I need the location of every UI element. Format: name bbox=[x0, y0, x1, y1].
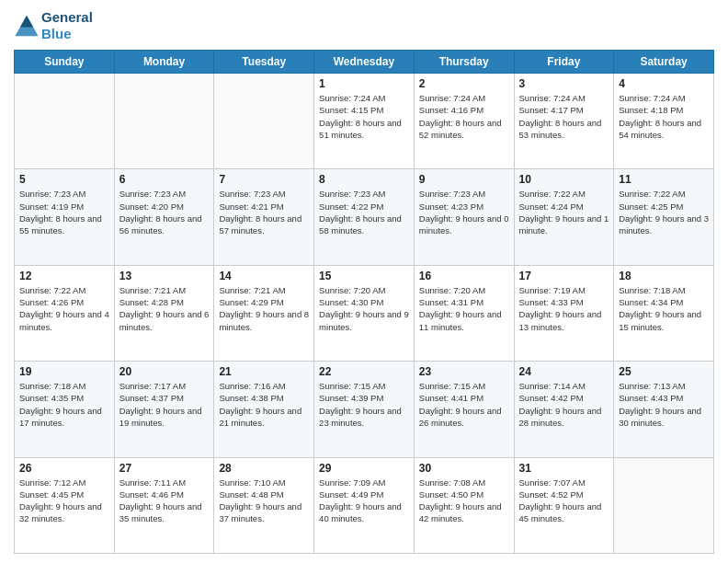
day-number: 28 bbox=[219, 462, 309, 475]
calendar-cell: 22Sunrise: 7:15 AM Sunset: 4:39 PM Dayli… bbox=[314, 362, 415, 457]
day-number: 20 bbox=[119, 365, 210, 378]
day-number: 4 bbox=[619, 77, 709, 90]
calendar-week-2: 5Sunrise: 7:23 AM Sunset: 4:19 PM Daylig… bbox=[15, 169, 714, 265]
calendar-cell: 30Sunrise: 7:08 AM Sunset: 4:50 PM Dayli… bbox=[414, 457, 514, 553]
weekday-row: SundayMondayTuesdayWednesdayThursdayFrid… bbox=[15, 51, 714, 74]
day-number: 7 bbox=[219, 173, 309, 186]
weekday-header-tuesday: Tuesday bbox=[214, 51, 314, 74]
day-number: 23 bbox=[419, 365, 509, 378]
day-info: Sunrise: 7:13 AM Sunset: 4:43 PM Dayligh… bbox=[619, 380, 709, 429]
day-info: Sunrise: 7:10 AM Sunset: 4:48 PM Dayligh… bbox=[219, 477, 309, 525]
day-info: Sunrise: 7:18 AM Sunset: 4:34 PM Dayligh… bbox=[619, 284, 709, 333]
calendar-cell: 19Sunrise: 7:18 AM Sunset: 4:35 PM Dayli… bbox=[15, 362, 115, 457]
day-info: Sunrise: 7:09 AM Sunset: 4:49 PM Dayligh… bbox=[319, 477, 409, 525]
day-info: Sunrise: 7:11 AM Sunset: 4:46 PM Dayligh… bbox=[119, 477, 210, 525]
day-number: 11 bbox=[619, 173, 709, 186]
day-info: Sunrise: 7:23 AM Sunset: 4:19 PM Dayligh… bbox=[19, 188, 109, 236]
calendar-cell: 26Sunrise: 7:12 AM Sunset: 4:45 PM Dayli… bbox=[15, 457, 115, 553]
day-info: Sunrise: 7:22 AM Sunset: 4:24 PM Dayligh… bbox=[519, 188, 609, 236]
day-info: Sunrise: 7:08 AM Sunset: 4:50 PM Dayligh… bbox=[419, 477, 509, 525]
day-info: Sunrise: 7:20 AM Sunset: 4:31 PM Dayligh… bbox=[419, 284, 509, 333]
day-number: 15 bbox=[319, 270, 409, 282]
day-number: 21 bbox=[219, 365, 309, 378]
calendar-cell: 1Sunrise: 7:24 AM Sunset: 4:15 PM Daylig… bbox=[314, 74, 415, 169]
calendar-cell: 9Sunrise: 7:23 AM Sunset: 4:23 PM Daylig… bbox=[414, 169, 514, 265]
calendar-week-5: 26Sunrise: 7:12 AM Sunset: 4:45 PM Dayli… bbox=[15, 457, 714, 553]
calendar-cell: 23Sunrise: 7:15 AM Sunset: 4:41 PM Dayli… bbox=[414, 362, 514, 457]
calendar-cell: 29Sunrise: 7:09 AM Sunset: 4:49 PM Dayli… bbox=[314, 457, 415, 553]
day-info: Sunrise: 7:21 AM Sunset: 4:29 PM Dayligh… bbox=[219, 284, 309, 333]
day-info: Sunrise: 7:24 AM Sunset: 4:18 PM Dayligh… bbox=[619, 92, 709, 141]
weekday-header-sunday: Sunday bbox=[15, 51, 115, 74]
calendar-cell: 14Sunrise: 7:21 AM Sunset: 4:29 PM Dayli… bbox=[214, 265, 314, 361]
weekday-header-monday: Monday bbox=[114, 51, 214, 74]
calendar-cell: 8Sunrise: 7:23 AM Sunset: 4:22 PM Daylig… bbox=[314, 169, 415, 265]
day-info: Sunrise: 7:22 AM Sunset: 4:26 PM Dayligh… bbox=[19, 284, 109, 333]
calendar-week-3: 12Sunrise: 7:22 AM Sunset: 4:26 PM Dayli… bbox=[15, 265, 714, 361]
calendar-cell: 12Sunrise: 7:22 AM Sunset: 4:26 PM Dayli… bbox=[15, 265, 115, 361]
day-info: Sunrise: 7:24 AM Sunset: 4:16 PM Dayligh… bbox=[419, 92, 509, 141]
calendar-cell: 18Sunrise: 7:18 AM Sunset: 4:34 PM Dayli… bbox=[614, 265, 714, 361]
day-number: 5 bbox=[19, 173, 109, 186]
calendar-cell: 5Sunrise: 7:23 AM Sunset: 4:19 PM Daylig… bbox=[15, 169, 115, 265]
calendar-week-4: 19Sunrise: 7:18 AM Sunset: 4:35 PM Dayli… bbox=[15, 362, 714, 457]
day-info: Sunrise: 7:23 AM Sunset: 4:21 PM Dayligh… bbox=[219, 188, 309, 236]
calendar-cell: 24Sunrise: 7:14 AM Sunset: 4:42 PM Dayli… bbox=[514, 362, 614, 457]
calendar-cell: 3Sunrise: 7:24 AM Sunset: 4:17 PM Daylig… bbox=[514, 74, 614, 169]
day-info: Sunrise: 7:21 AM Sunset: 4:28 PM Dayligh… bbox=[119, 284, 210, 333]
day-info: Sunrise: 7:16 AM Sunset: 4:38 PM Dayligh… bbox=[219, 380, 309, 429]
calendar-table: SundayMondayTuesdayWednesdayThursdayFrid… bbox=[14, 50, 714, 554]
day-info: Sunrise: 7:17 AM Sunset: 4:37 PM Dayligh… bbox=[119, 380, 210, 429]
day-info: Sunrise: 7:22 AM Sunset: 4:25 PM Dayligh… bbox=[619, 188, 709, 236]
calendar-cell: 27Sunrise: 7:11 AM Sunset: 4:46 PM Dayli… bbox=[114, 457, 214, 553]
calendar-cell: 15Sunrise: 7:20 AM Sunset: 4:30 PM Dayli… bbox=[314, 265, 415, 361]
day-number: 24 bbox=[519, 365, 609, 378]
calendar-cell: 25Sunrise: 7:13 AM Sunset: 4:43 PM Dayli… bbox=[614, 362, 714, 457]
weekday-header-wednesday: Wednesday bbox=[314, 51, 415, 74]
day-number: 6 bbox=[119, 173, 210, 186]
day-number: 18 bbox=[619, 270, 709, 282]
calendar-cell: 13Sunrise: 7:21 AM Sunset: 4:28 PM Dayli… bbox=[114, 265, 214, 361]
day-info: Sunrise: 7:15 AM Sunset: 4:39 PM Dayligh… bbox=[319, 380, 409, 429]
day-info: Sunrise: 7:18 AM Sunset: 4:35 PM Dayligh… bbox=[19, 380, 109, 429]
day-info: Sunrise: 7:19 AM Sunset: 4:33 PM Dayligh… bbox=[519, 284, 609, 333]
calendar-cell bbox=[15, 74, 115, 169]
day-number: 12 bbox=[19, 270, 109, 282]
calendar-cell: 21Sunrise: 7:16 AM Sunset: 4:38 PM Dayli… bbox=[214, 362, 314, 457]
weekday-header-saturday: Saturday bbox=[614, 51, 714, 74]
day-number: 30 bbox=[419, 462, 509, 475]
day-number: 26 bbox=[19, 462, 109, 475]
day-number: 19 bbox=[19, 365, 109, 378]
day-number: 14 bbox=[219, 270, 309, 282]
day-number: 8 bbox=[319, 173, 409, 186]
calendar-cell: 2Sunrise: 7:24 AM Sunset: 4:16 PM Daylig… bbox=[414, 74, 514, 169]
calendar-cell: 11Sunrise: 7:22 AM Sunset: 4:25 PM Dayli… bbox=[614, 169, 714, 265]
header: General Blue bbox=[14, 9, 714, 42]
calendar-week-1: 1Sunrise: 7:24 AM Sunset: 4:15 PM Daylig… bbox=[15, 74, 714, 169]
day-number: 17 bbox=[519, 270, 609, 282]
calendar-cell: 16Sunrise: 7:20 AM Sunset: 4:31 PM Dayli… bbox=[414, 265, 514, 361]
day-number: 1 bbox=[319, 77, 409, 90]
day-number: 13 bbox=[119, 270, 210, 282]
calendar-cell bbox=[114, 74, 214, 169]
calendar-cell: 20Sunrise: 7:17 AM Sunset: 4:37 PM Dayli… bbox=[114, 362, 214, 457]
day-number: 9 bbox=[419, 173, 509, 186]
day-info: Sunrise: 7:15 AM Sunset: 4:41 PM Dayligh… bbox=[419, 380, 509, 429]
day-number: 2 bbox=[419, 77, 509, 90]
calendar-cell: 4Sunrise: 7:24 AM Sunset: 4:18 PM Daylig… bbox=[614, 74, 714, 169]
day-number: 10 bbox=[519, 173, 609, 186]
calendar-cell: 28Sunrise: 7:10 AM Sunset: 4:48 PM Dayli… bbox=[214, 457, 314, 553]
calendar-cell bbox=[214, 74, 314, 169]
weekday-header-thursday: Thursday bbox=[414, 51, 514, 74]
day-info: Sunrise: 7:24 AM Sunset: 4:17 PM Dayligh… bbox=[519, 92, 609, 141]
day-number: 3 bbox=[519, 77, 609, 90]
calendar-cell bbox=[614, 457, 714, 553]
day-number: 29 bbox=[319, 462, 409, 475]
day-info: Sunrise: 7:07 AM Sunset: 4:52 PM Dayligh… bbox=[519, 477, 609, 525]
page: General Blue SundayMondayTuesdayWednesda… bbox=[0, 0, 728, 563]
calendar-cell: 10Sunrise: 7:22 AM Sunset: 4:24 PM Dayli… bbox=[514, 169, 614, 265]
day-info: Sunrise: 7:23 AM Sunset: 4:22 PM Dayligh… bbox=[319, 188, 409, 236]
day-info: Sunrise: 7:20 AM Sunset: 4:30 PM Dayligh… bbox=[319, 284, 409, 333]
day-info: Sunrise: 7:23 AM Sunset: 4:23 PM Dayligh… bbox=[419, 188, 509, 236]
calendar-cell: 17Sunrise: 7:19 AM Sunset: 4:33 PM Dayli… bbox=[514, 265, 614, 361]
